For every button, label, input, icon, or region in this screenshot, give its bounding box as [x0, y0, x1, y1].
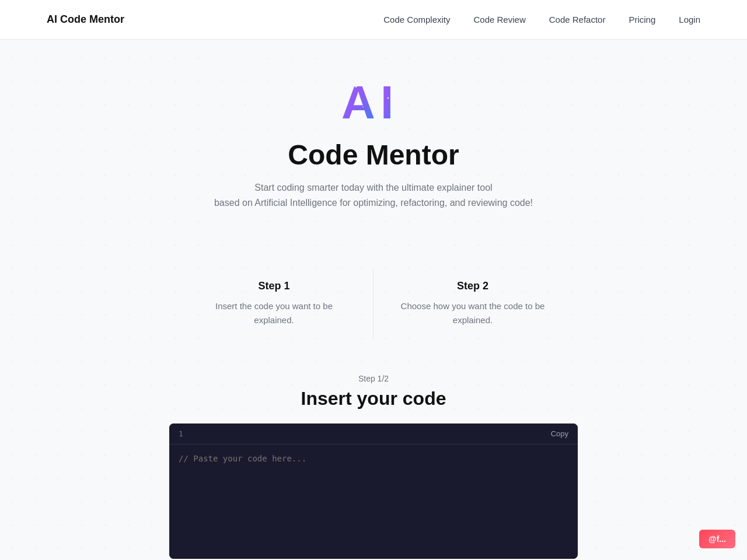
svg-point-4	[347, 103, 348, 105]
hero-title: Code Mentor	[288, 139, 459, 171]
code-editor: 1 Copy	[169, 424, 578, 559]
ai-logo-icon: A I	[338, 75, 409, 127]
step-2-card: Step 2 Choose how you want the code to b…	[374, 268, 572, 339]
svg-point-6	[388, 97, 389, 99]
hero-section: A I Code Mentor Start coding smarter tod…	[0, 40, 747, 233]
step-2-title: Step 2	[397, 280, 549, 292]
step-2-description: Choose how you want the code to be expla…	[397, 299, 549, 327]
step-1-title: Step 1	[198, 280, 350, 292]
step-indicator: Step 1/2	[358, 374, 389, 383]
svg-point-9	[382, 109, 383, 110]
step-1-card: Step 1 Insert the code you want to be ex…	[175, 268, 374, 339]
svg-point-2	[355, 85, 357, 88]
nav-login[interactable]: Login	[679, 15, 700, 24]
brand-logo[interactable]: AI Code Mentor	[47, 13, 124, 26]
code-editor-header: 1 Copy	[169, 424, 578, 444]
nav-pricing[interactable]: Pricing	[629, 15, 655, 24]
hero-subtitle: Start coding smarter today with the ulti…	[214, 180, 533, 210]
nav-code-refactor[interactable]: Code Refactor	[549, 15, 606, 24]
svg-point-5	[375, 82, 378, 85]
svg-point-8	[362, 106, 364, 107]
copy-button[interactable]: Copy	[551, 429, 568, 438]
line-number: 1	[179, 429, 183, 438]
code-section: Step 1/2 Insert your code 1 Copy	[0, 374, 747, 559]
code-input[interactable]	[179, 454, 568, 547]
svg-point-3	[367, 94, 369, 96]
navbar: AI Code Mentor Code Complexity Code Revi…	[0, 0, 747, 40]
svg-text:I: I	[381, 76, 393, 127]
watermark: @f...	[699, 530, 735, 548]
svg-point-7	[396, 89, 398, 90]
steps-section: Step 1 Insert the code you want to be ex…	[0, 268, 747, 339]
nav-code-complexity[interactable]: Code Complexity	[383, 15, 450, 24]
nav-code-review[interactable]: Code Review	[474, 15, 526, 24]
svg-text:A: A	[341, 76, 375, 127]
step-1-description: Insert the code you want to be explained…	[198, 299, 350, 327]
nav-links: Code Complexity Code Review Code Refacto…	[383, 15, 700, 25]
code-editor-body[interactable]	[169, 444, 578, 559]
code-section-title: Insert your code	[301, 388, 446, 410]
